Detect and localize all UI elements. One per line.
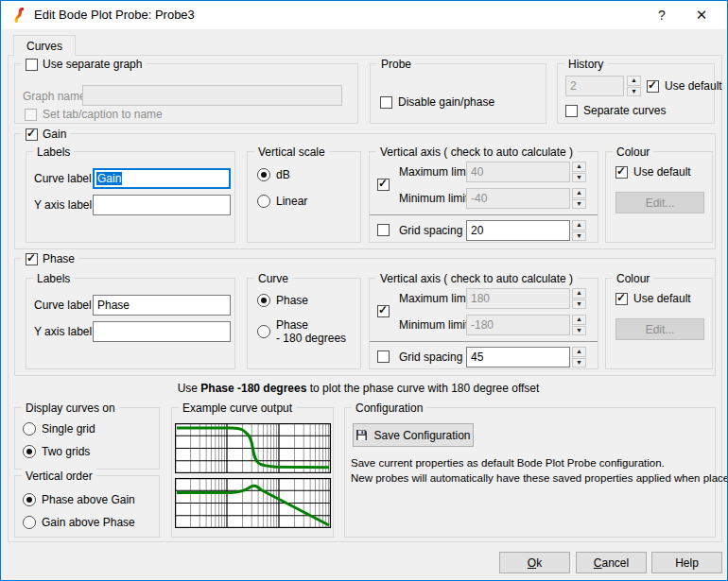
group-use-separate-graph: Use separate graph Graph name Set tab/ca… [14, 63, 358, 124]
phase-grid-spin-up-button[interactable]: ▲ [572, 347, 586, 357]
gain-auto-calculate-checkbox[interactable]: ✓ [377, 179, 390, 191]
configuration-desc-line1: Save current properties as default Bode … [351, 457, 665, 469]
history-count-input[interactable] [565, 76, 624, 96]
phase-vertical-axis-title: Vertical axis ( check to auto calculate … [376, 271, 577, 286]
check-icon: ✓ [378, 178, 388, 190]
phase-yaxis-input[interactable] [93, 321, 231, 342]
set-tab-caption-checkbox[interactable] [25, 109, 37, 121]
phase-colour-use-default-checkbox[interactable]: ✓ [615, 293, 628, 305]
gain-min-spin-up-button[interactable]: ▲ [572, 188, 586, 198]
phase-max-limit-input[interactable] [466, 288, 570, 309]
group-example-curve-output: Example curve output [171, 407, 334, 538]
use-separate-graph-label[interactable]: Use separate graph [43, 57, 142, 72]
check-icon: ✓ [616, 292, 626, 304]
save-configuration-button[interactable]: Save Configuration [353, 423, 474, 447]
check-icon: ✓ [26, 128, 36, 140]
disable-gain-phase-label[interactable]: Disable gain/phase [398, 95, 494, 109]
phase-max-limit-label: Maximum limit [399, 292, 472, 305]
phase-above-gain-label[interactable]: Phase above Gain [42, 493, 135, 506]
phase-min-spin-up-button[interactable]: ▲ [572, 315, 586, 325]
check-icon: ✓ [616, 165, 626, 178]
phase-label[interactable]: Phase [43, 251, 75, 266]
two-grids-label[interactable]: Two grids [42, 445, 90, 458]
phase-minus-180-label[interactable]: Phase - 180 degrees [276, 318, 346, 345]
single-grid-label[interactable]: Single grid [42, 422, 95, 436]
phase-grid-spin-down-button[interactable]: ▼ [572, 358, 586, 368]
graph-name-input[interactable] [82, 85, 342, 106]
gain-colour-edit-button[interactable]: Edit... [615, 192, 704, 214]
phase-above-gain-radio[interactable] [23, 493, 36, 506]
history-title-label: History [568, 57, 603, 72]
gain-colour-use-default-label[interactable]: Use default [633, 165, 691, 179]
phase-curve-title: Curve [254, 271, 292, 286]
history-use-default-label[interactable]: Use default [665, 79, 722, 93]
phase-option-label[interactable]: Phase [276, 294, 308, 307]
phase-auto-calculate-checkbox[interactable]: ✓ [377, 305, 390, 317]
gain-grid-spin-down-button[interactable]: ▼ [572, 231, 586, 242]
gain-max-limit-input[interactable] [466, 162, 570, 182]
group-gain-colour: Colour ✓ Use default Edit... [605, 151, 713, 243]
single-grid-radio[interactable] [23, 422, 36, 436]
history-use-default-checkbox[interactable]: ✓ [647, 80, 659, 93]
group-phase-curve: Curve Phase Phase - 180 degrees [247, 278, 361, 369]
phase-curve-label: Curve label [34, 299, 92, 312]
gain-min-limit-input[interactable] [466, 188, 570, 209]
gain-above-phase-radio[interactable] [23, 516, 36, 529]
phase-grid-spacing-input[interactable] [466, 347, 570, 367]
gain-db-radio[interactable] [257, 168, 270, 181]
group-gain-vertical-scale: Vertical scale dB Linear [247, 151, 361, 243]
history-spin-up-button[interactable]: ▲ [627, 76, 641, 86]
two-grids-radio[interactable] [23, 445, 36, 458]
gain-max-spin-up-button[interactable]: ▲ [572, 162, 586, 172]
separate-curves-checkbox[interactable] [565, 105, 578, 117]
gain-grid-spacing-input[interactable] [466, 220, 570, 241]
use-separate-graph-title: Use separate graph [22, 57, 146, 72]
phase-colour-use-default-label[interactable]: Use default [633, 292, 691, 305]
gain-grid-spin-up-button[interactable]: ▲ [572, 220, 586, 231]
phase-offset-note: Use Phase -180 degrees to plot the phase… [8, 382, 709, 395]
gain-checkbox[interactable]: ✓ [26, 128, 38, 141]
tab-curves[interactable]: Curves [13, 35, 76, 56]
phase-minus-180-radio[interactable] [257, 325, 270, 338]
phase-checkbox[interactable]: ✓ [26, 253, 38, 265]
help-titlebar-button[interactable]: ? [646, 1, 678, 29]
gain-yaxis-input[interactable] [93, 195, 231, 215]
use-separate-graph-checkbox[interactable] [26, 59, 38, 71]
gain-linear-radio[interactable] [257, 195, 270, 208]
gain-db-label[interactable]: dB [276, 168, 290, 181]
set-tab-caption-label[interactable]: Set tab/caption to name [43, 108, 163, 121]
gain-curve-label: Curve label [34, 172, 92, 185]
phase-min-limit-label: Minimum limit [399, 318, 468, 332]
close-icon[interactable]: ✕ [685, 1, 718, 29]
configuration-desc-line2: New probes will automatically have these… [351, 472, 728, 484]
phase-radio[interactable] [257, 294, 270, 307]
gain-min-spin-down-button[interactable]: ▼ [572, 199, 586, 210]
group-gain-labels: Labels Curve label Gain Y axis label [26, 151, 235, 243]
phase-colour-edit-button[interactable]: Edit... [615, 318, 704, 340]
help-button[interactable]: Help [651, 552, 722, 573]
phase-min-limit-input[interactable] [466, 315, 570, 335]
gain-max-spin-down-button[interactable]: ▼ [572, 173, 586, 183]
phase-curve-label-input[interactable] [93, 295, 231, 316]
gain-curve-label-input[interactable]: Gain [93, 168, 231, 189]
disable-gain-phase-checkbox[interactable] [380, 96, 392, 109]
gain-min-limit-label: Minimum limit [399, 192, 468, 205]
phase-max-spin-down-button[interactable]: ▼ [572, 299, 586, 310]
separate-curves-label[interactable]: Separate curves [583, 104, 666, 117]
gain-colour-use-default-checkbox[interactable]: ✓ [615, 166, 628, 179]
cancel-button[interactable]: Cancel [576, 552, 647, 573]
gain-colour-title: Colour [613, 145, 653, 160]
gain-linear-label[interactable]: Linear [276, 195, 307, 208]
gain-label[interactable]: Gain [43, 127, 66, 142]
phase-min-spin-down-button[interactable]: ▼ [572, 326, 586, 336]
gain-labels-title: Labels [33, 145, 74, 160]
check-icon: ✓ [26, 252, 36, 265]
gain-above-phase-label[interactable]: Gain above Phase [42, 516, 135, 529]
group-phase: ✓ Phase Labels Curve label Y axis label … [14, 258, 716, 376]
phase-curve-preview [175, 423, 331, 473]
gain-grid-spacing-checkbox[interactable] [377, 224, 390, 236]
history-spin-down-button[interactable]: ▼ [627, 87, 641, 97]
phase-max-spin-up-button[interactable]: ▲ [572, 288, 586, 299]
ok-button[interactable]: Ok [499, 552, 570, 573]
phase-grid-spacing-checkbox[interactable] [377, 350, 390, 363]
